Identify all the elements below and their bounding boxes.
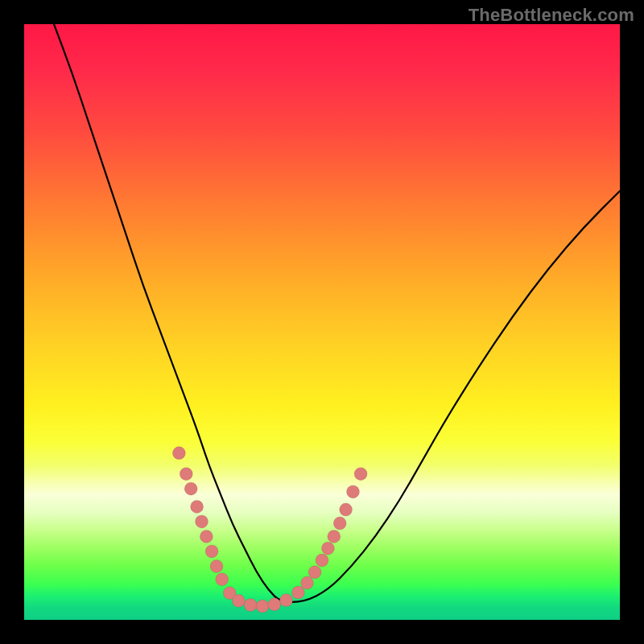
curve-bead [196,515,208,528]
curve-bead [232,594,245,607]
chart-frame: TheBottleneck.com [0,0,644,644]
curve-bead [205,545,218,558]
curve-bead [180,468,192,481]
curve-bead [210,559,223,572]
curve-bead [280,594,293,607]
curve-bead [301,576,314,589]
bottleneck-curve [54,24,620,602]
curve-bead [328,530,341,543]
watermark-text: TheBottleneck.com [469,5,634,26]
curve-bead [291,586,304,599]
curve-beads-group [172,447,367,613]
curve-bead [244,599,257,612]
curve-bead [216,573,229,586]
curve-bead [333,517,346,530]
plot-area [24,24,620,620]
curve-bead [354,468,367,481]
curve-bead [172,447,185,460]
curve-bead [200,530,213,543]
curve-bead [268,598,281,611]
curve-bead [321,542,334,555]
curve-layer [24,24,620,620]
curve-bead [256,600,269,613]
curve-bead [308,566,321,579]
curve-bead [340,503,353,516]
curve-bead [184,482,197,495]
curve-bead [316,554,328,567]
curve-bead [347,485,360,498]
curve-bead [191,500,204,513]
